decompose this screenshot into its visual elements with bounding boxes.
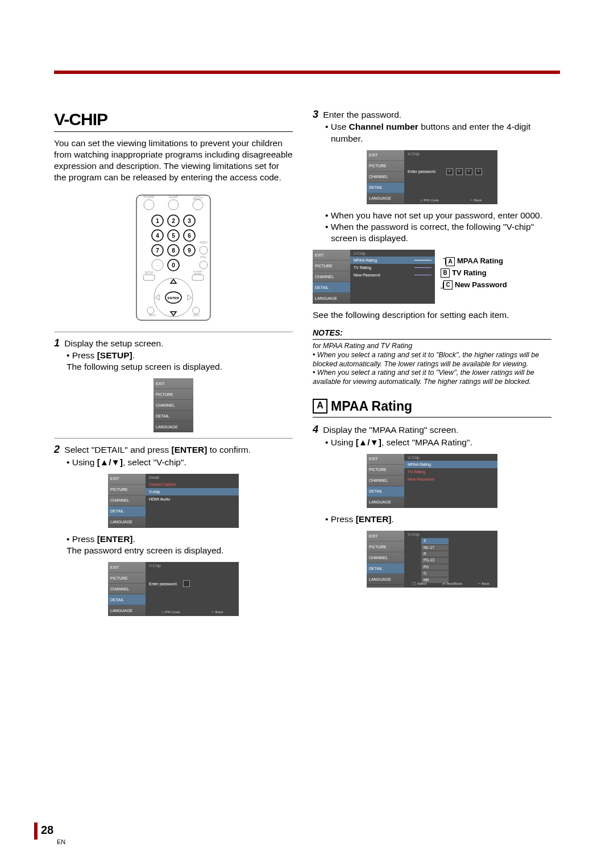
tv-screenshot-password-empty: EXIT PICTURE CHANNEL DETAIL LANGUAGE V-C… [108,562,239,616]
page: V-CHIP You can set the viewing limitatio… [0,0,614,868]
left-column: V-CHIP You can set the viewing limitatio… [54,108,293,622]
svg-text:STILL: STILL [200,256,208,259]
notes-header: NOTES: [313,328,551,340]
section-title: V-CHIP [54,108,293,132]
svg-text:4: 4 [156,233,159,239]
tv-screenshot-setup: EXIT PICTURE CHANNEL DETAIL LANGUAGE [154,378,193,432]
content: V-CHIP You can set the viewing limitatio… [54,108,551,622]
header-rule [54,71,560,74]
svg-text:POWER: POWER [144,195,155,199]
svg-point-45 [193,307,200,314]
notes-body: for MPAA Rating and TV Rating • When you… [313,342,551,386]
svg-rect-36 [192,275,204,280]
svg-point-3 [168,200,179,210]
svg-text:8: 8 [172,247,175,254]
tv-screenshot-vchip-menu: EXIT PICTURE CHANNEL DETAIL LANGUAGE V-C… [313,250,435,304]
tv-screenshot-mpaa-select: EXIT PICTURE CHANNEL DETAIL LANGUAGE V-C… [367,454,497,508]
svg-text:1: 1 [156,218,159,224]
step-text: Display the setup screen. [64,338,163,348]
remote-svg: POWER SLEEP INPUTSELECT AUDIO STILL 123 [131,192,216,323]
intro-text: You can set the viewing limitations to p… [54,138,293,184]
footer-lang: EN [57,838,65,845]
step-2: 2 Select "DETAIL" and press [ENTER] to c… [54,438,293,616]
step-4: 4 Display the "MPAA Rating" screen. • Us… [313,423,551,588]
tv-screenshot-password-filled: EXIT PICTURE CHANNEL DETAIL LANGUAGE V-C… [367,150,497,204]
mpaa-subheading: A MPAA Rating [313,398,551,418]
svg-text:MODE: MODE [194,272,201,275]
svg-text:SETUP: SETUP [144,271,153,274]
svg-point-21 [200,261,208,269]
svg-text:0: 0 [172,262,175,268]
svg-text:5: 5 [172,233,175,239]
svg-text:–: – [156,263,159,268]
step-3: 3 Enter the password. • Use Channel numb… [313,108,551,321]
svg-text:9: 9 [188,247,191,254]
svg-rect-34 [143,275,155,280]
tv-screenshot-mpaa-list: EXIT PICTURE CHANNEL DETAIL LANGUAGE V-C… [367,531,497,588]
page-number-bar [34,822,38,840]
svg-text:6: 6 [188,233,191,239]
step-1: 1 Display the setup screen. • Press [SET… [54,332,293,433]
svg-point-44 [147,307,154,314]
page-number: 28 [41,824,53,837]
svg-point-19 [200,246,208,254]
svg-point-1 [144,200,154,210]
svg-text:7: 7 [156,247,159,254]
svg-text:INFO: INFO [193,314,200,317]
svg-text:AUDIO: AUDIO [200,241,208,244]
svg-text:ENTER: ENTER [168,296,180,300]
svg-text:3: 3 [188,218,191,224]
vchip-menu-with-legend: EXIT PICTURE CHANNEL DETAIL LANGUAGE V-C… [313,244,551,309]
right-column: 3 Enter the password. • Use Channel numb… [313,108,551,622]
svg-text:SELECT: SELECT [193,197,203,200]
step-num: 1 [54,337,60,349]
tv-screenshot-detail: EXIT PICTURE CHANNEL DETAIL LANGUAGE Det… [108,474,239,528]
remote-illustration: POWER SLEEP INPUTSELECT AUDIO STILL 123 [131,192,216,323]
svg-rect-0 [136,195,210,320]
svg-point-5 [193,200,203,210]
svg-text:BACK: BACK [149,314,156,317]
svg-text:SLEEP: SLEEP [169,195,179,199]
svg-text:2: 2 [172,218,175,224]
